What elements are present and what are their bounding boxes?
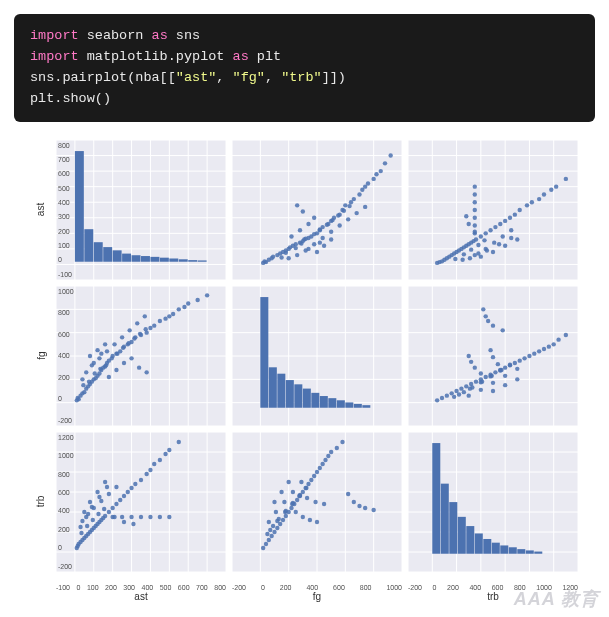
svg-rect-28	[150, 257, 159, 262]
svg-point-274	[97, 356, 101, 360]
svg-rect-24	[113, 250, 122, 261]
svg-point-197	[501, 234, 505, 238]
svg-point-106	[329, 229, 333, 233]
svg-point-285	[104, 363, 108, 367]
svg-point-546	[290, 501, 294, 505]
svg-point-258	[195, 297, 199, 301]
svg-rect-21	[84, 229, 93, 262]
cell-ast-fg	[232, 140, 402, 280]
svg-point-86	[374, 172, 378, 176]
svg-point-393	[508, 362, 512, 366]
svg-point-434	[126, 489, 130, 493]
svg-point-101	[301, 209, 305, 213]
svg-point-543	[268, 527, 272, 531]
cell-fg-fg	[232, 286, 402, 426]
svg-point-437	[139, 477, 143, 481]
svg-rect-318	[354, 404, 362, 408]
svg-point-508	[312, 473, 316, 477]
svg-point-436	[133, 481, 137, 485]
svg-point-201	[469, 247, 473, 251]
ylabel-fg: fg	[32, 286, 50, 426]
svg-rect-575	[517, 549, 525, 554]
svg-point-94	[298, 228, 302, 232]
svg-point-190	[473, 229, 477, 233]
svg-point-284	[98, 366, 102, 370]
svg-point-495	[275, 525, 279, 529]
svg-point-95	[306, 221, 310, 225]
yticks-ast: -1000100200300400500600700800	[58, 140, 72, 280]
svg-point-87	[379, 169, 383, 173]
svg-point-249	[148, 325, 152, 329]
svg-point-459	[97, 494, 101, 498]
svg-point-351	[513, 360, 517, 364]
svg-point-444	[177, 439, 181, 443]
svg-point-165	[513, 212, 517, 216]
svg-point-271	[137, 365, 141, 369]
svg-point-254	[171, 311, 175, 315]
svg-point-287	[115, 351, 119, 355]
svg-point-282	[87, 379, 91, 383]
svg-point-493	[269, 533, 273, 537]
xticks-ast: -1000100200300400500600700800	[54, 584, 228, 591]
svg-point-509	[315, 469, 319, 473]
svg-point-367	[491, 388, 495, 392]
svg-point-112	[284, 250, 288, 254]
svg-point-447	[95, 489, 99, 493]
svg-point-540	[305, 495, 309, 499]
svg-point-547	[297, 493, 301, 497]
svg-rect-316	[337, 400, 345, 407]
svg-point-90	[315, 249, 319, 253]
svg-point-291	[138, 331, 142, 335]
svg-rect-576	[526, 550, 534, 553]
svg-point-81	[357, 192, 361, 196]
svg-point-502	[295, 497, 299, 501]
cell-ast-trb	[408, 140, 578, 280]
svg-point-168	[530, 200, 534, 204]
svg-point-379	[452, 394, 456, 398]
svg-point-365	[484, 314, 488, 318]
svg-point-56	[271, 254, 275, 258]
svg-point-345	[484, 374, 488, 378]
svg-point-364	[486, 318, 490, 322]
svg-rect-314	[320, 396, 328, 408]
svg-point-104	[312, 242, 316, 246]
svg-rect-33	[198, 260, 207, 261]
svg-point-511	[320, 461, 324, 465]
svg-point-188	[497, 242, 501, 246]
svg-point-390	[479, 380, 483, 384]
svg-point-492	[267, 537, 271, 541]
svg-point-432	[118, 497, 122, 501]
svg-point-438	[144, 471, 148, 475]
svg-point-64	[294, 242, 298, 246]
xlabel-fg: -20002004006008001000 fg	[232, 578, 402, 608]
svg-point-196	[492, 240, 496, 244]
svg-point-464	[80, 518, 84, 522]
svg-point-262	[103, 342, 107, 346]
svg-point-385	[496, 362, 500, 366]
svg-point-497	[281, 517, 285, 521]
svg-point-541	[313, 499, 317, 503]
svg-point-118	[325, 222, 329, 226]
svg-point-518	[352, 499, 356, 503]
svg-point-92	[329, 237, 333, 241]
svg-point-336	[440, 395, 444, 399]
svg-point-359	[552, 342, 556, 346]
svg-point-368	[503, 383, 507, 387]
svg-point-115	[303, 236, 307, 240]
svg-point-85	[371, 176, 375, 180]
svg-point-88	[383, 161, 387, 165]
svg-point-376	[491, 380, 495, 384]
svg-point-167	[525, 203, 529, 207]
svg-point-433	[122, 493, 126, 497]
svg-rect-577	[534, 551, 542, 553]
svg-point-250	[152, 323, 156, 327]
svg-point-117	[318, 227, 322, 231]
svg-point-253	[167, 314, 171, 318]
svg-point-164	[508, 215, 512, 219]
svg-point-96	[286, 256, 290, 260]
svg-rect-23	[103, 247, 112, 262]
svg-point-377	[503, 373, 507, 377]
svg-point-435	[129, 485, 133, 489]
svg-point-471	[85, 523, 89, 527]
svg-point-281	[81, 383, 85, 387]
